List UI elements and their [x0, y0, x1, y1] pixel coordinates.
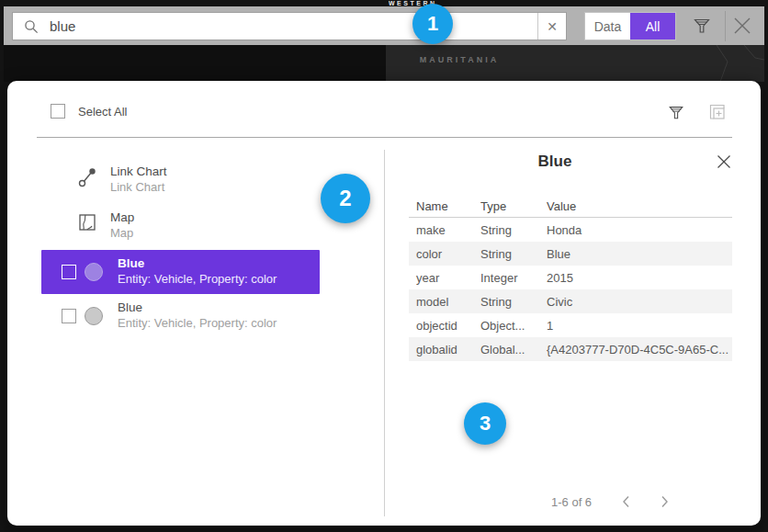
chevron-left-icon	[622, 495, 630, 508]
result-subtitle: Entity: Vehicle, Property: color	[118, 316, 277, 331]
result-checkbox[interactable]	[62, 265, 76, 279]
toolbar-divider	[725, 11, 726, 41]
cell-type: String	[473, 247, 539, 261]
detail-close-button[interactable]	[713, 151, 735, 173]
table-row: color String Blue	[409, 242, 732, 266]
result-item-link-chart[interactable]: Link Chart Link Chart	[41, 161, 320, 199]
result-title: Map	[110, 210, 134, 225]
search-icon	[24, 19, 39, 34]
chevron-right-icon	[661, 495, 669, 508]
scope-data-button[interactable]: Data	[585, 13, 630, 40]
funnel-icon	[693, 17, 711, 35]
cell-name: year	[409, 271, 473, 285]
entity-dot-icon	[85, 263, 103, 281]
square-plus-icon	[706, 101, 728, 123]
result-subtitle: Link Chart	[110, 180, 164, 195]
pagination-label: 1-6 of 6	[551, 495, 592, 509]
result-title: Blue	[118, 256, 144, 271]
select-all-label: Select All	[78, 105, 127, 119]
callout-badge-1: 1	[412, 4, 453, 44]
map-label-mauritania: MAURITANIA	[404, 55, 514, 64]
link-chart-icon	[78, 167, 96, 187]
cell-type: String	[473, 295, 539, 309]
select-all-checkbox[interactable]	[51, 104, 65, 119]
cell-name: globalid	[409, 343, 473, 357]
pagination-next-button[interactable]	[652, 492, 676, 511]
cell-name: objectid	[409, 319, 473, 333]
scope-all-button[interactable]: All	[630, 13, 675, 40]
callout-badge-2: 2	[321, 174, 370, 223]
cell-value: Blue	[539, 247, 732, 261]
cell-value: 1	[539, 319, 732, 333]
filter-button[interactable]	[689, 13, 715, 39]
result-checkbox[interactable]	[62, 309, 76, 323]
result-title: Blue	[118, 300, 142, 315]
search-clear-button[interactable]: ✕	[537, 13, 566, 40]
callout-badge-3: 3	[464, 402, 506, 445]
cell-value: {A4203777-D70D-4C5C-9A65-C...	[539, 343, 732, 357]
cell-type: Object...	[473, 319, 539, 333]
map-border-lines	[707, 45, 764, 82]
cell-name: model	[409, 295, 473, 309]
result-title: Link Chart	[110, 164, 167, 179]
table-row: model String Civic	[409, 289, 732, 313]
column-header-type: Type	[473, 199, 539, 213]
search-box: ✕	[12, 12, 567, 40]
close-icon	[717, 154, 731, 169]
search-input[interactable]	[39, 13, 537, 40]
cell-type: Integer	[473, 271, 539, 285]
results-filter-button[interactable]	[663, 99, 689, 125]
cell-value: 2015	[539, 271, 732, 285]
result-subtitle: Map	[110, 226, 133, 241]
pagination-prev-button[interactable]	[614, 492, 638, 511]
cell-value: Honda	[539, 223, 732, 237]
funnel-icon	[668, 104, 684, 121]
attribute-table: Name Type Value make String Honda color …	[409, 195, 732, 361]
cell-value: Civic	[539, 295, 732, 309]
cell-name: make	[409, 223, 473, 237]
table-row: globalid Global... {A4203777-D70D-4C5C-9…	[409, 337, 732, 361]
result-subtitle: Entity: Vehicle, Property: color	[118, 272, 277, 287]
panel-header-divider	[37, 137, 732, 138]
result-item-map[interactable]: Map Map	[41, 207, 320, 245]
cell-name: color	[409, 247, 473, 261]
detail-title: Blue	[407, 153, 703, 171]
column-header-name: Name	[409, 199, 473, 213]
column-header-value: Value	[539, 199, 732, 213]
entity-dot-icon	[85, 307, 103, 325]
list-detail-divider	[384, 150, 385, 516]
table-row: objectid Object... 1	[409, 313, 732, 337]
table-row: year Integer 2015	[409, 266, 732, 289]
search-scope-toggle: Data All	[584, 12, 676, 40]
cell-type: String	[473, 223, 539, 237]
add-to-selection-button[interactable]	[704, 98, 731, 126]
map-icon	[79, 214, 96, 231]
search-close-button[interactable]	[729, 13, 755, 39]
result-item-blue[interactable]: Blue Entity: Vehicle, Property: color	[41, 295, 320, 339]
cell-type: Global...	[473, 343, 539, 357]
result-item-blue-selected[interactable]: Blue Entity: Vehicle, Property: color	[41, 250, 320, 294]
close-icon	[732, 16, 752, 36]
pagination: 1-6 of 6	[551, 492, 735, 511]
map-background-bottom	[4, 526, 764, 532]
table-row: make String Honda	[409, 218, 732, 242]
attribute-table-header: Name Type Value	[409, 195, 732, 217]
